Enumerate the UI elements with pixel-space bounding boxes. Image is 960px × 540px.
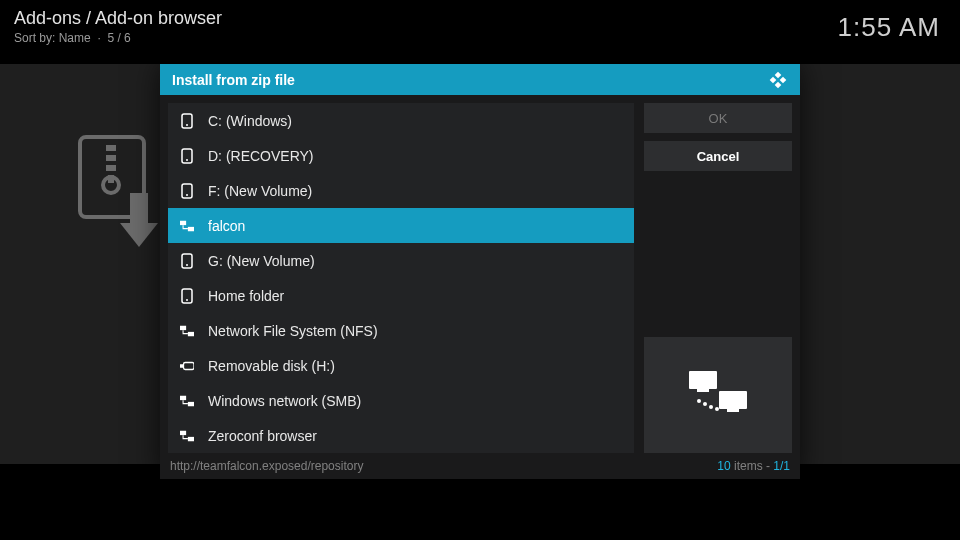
- install-zip-icon: [78, 135, 168, 255]
- svg-point-37: [703, 402, 707, 406]
- file-item[interactable]: Zeroconf browser: [168, 418, 634, 453]
- file-item[interactable]: falcon: [168, 208, 634, 243]
- file-item-label: G: (New Volume): [208, 253, 315, 269]
- svg-rect-28: [180, 396, 186, 400]
- install-zip-dialog: Install from zip file C: (Windows)D: (RE…: [160, 64, 800, 479]
- svg-marker-8: [775, 71, 782, 78]
- file-item[interactable]: Home folder: [168, 278, 634, 313]
- drive-icon: [180, 113, 194, 129]
- dot-sep: ·: [94, 31, 107, 45]
- file-item[interactable]: Removable disk (H:): [168, 348, 634, 383]
- svg-rect-1: [106, 145, 116, 151]
- svg-point-38: [709, 405, 713, 409]
- file-item-label: Windows network (SMB): [208, 393, 361, 409]
- file-item[interactable]: Windows network (SMB): [168, 383, 634, 418]
- net-icon: [180, 428, 194, 444]
- drive-icon: [180, 183, 194, 199]
- file-item-label: falcon: [208, 218, 245, 234]
- file-item-label: F: (New Volume): [208, 183, 312, 199]
- clock: 1:55 AM: [838, 12, 940, 43]
- svg-point-23: [186, 299, 188, 301]
- dialog-titlebar: Install from zip file: [160, 64, 800, 95]
- file-item-label: D: (RECOVERY): [208, 148, 314, 164]
- svg-rect-30: [180, 431, 186, 435]
- usb-icon: [180, 358, 194, 374]
- svg-rect-18: [180, 221, 186, 225]
- svg-rect-35: [727, 409, 739, 412]
- file-item[interactable]: D: (RECOVERY): [168, 138, 634, 173]
- file-item[interactable]: Network File System (NFS): [168, 313, 634, 348]
- dialog-side-panel: OK Cancel: [644, 103, 792, 453]
- file-item-label: Removable disk (H:): [208, 358, 335, 374]
- file-item-label: Network File System (NFS): [208, 323, 378, 339]
- ok-button[interactable]: OK: [644, 103, 792, 133]
- svg-rect-25: [188, 332, 194, 336]
- source-preview: [644, 337, 792, 453]
- file-item-label: C: (Windows): [208, 113, 292, 129]
- drive-icon: [180, 288, 194, 304]
- svg-rect-34: [719, 391, 747, 409]
- svg-marker-11: [775, 81, 782, 88]
- svg-rect-32: [689, 371, 717, 389]
- kodi-logo-icon: [768, 70, 788, 90]
- svg-point-39: [715, 407, 719, 411]
- net-icon: [180, 218, 194, 234]
- drive-icon: [180, 253, 194, 269]
- dialog-title-text: Install from zip file: [172, 72, 295, 88]
- svg-marker-9: [780, 76, 787, 83]
- dialog-footer: http://teamfalcon.exposed/repository 10 …: [160, 453, 800, 479]
- svg-rect-2: [106, 155, 116, 161]
- svg-marker-10: [770, 76, 777, 83]
- file-item[interactable]: F: (New Volume): [168, 173, 634, 208]
- svg-point-13: [186, 124, 188, 126]
- file-list[interactable]: C: (Windows)D: (RECOVERY)F: (New Volume)…: [168, 103, 634, 453]
- items-word: items -: [731, 459, 774, 473]
- dialog-body: C: (Windows)D: (RECOVERY)F: (New Volume)…: [160, 95, 800, 453]
- svg-point-36: [697, 399, 701, 403]
- svg-marker-7: [120, 223, 158, 247]
- footer-count: 10 items - 1/1: [717, 459, 790, 473]
- header-subline: Sort by: Name · 5 / 6: [14, 31, 222, 45]
- svg-point-21: [186, 264, 188, 266]
- svg-rect-19: [188, 227, 194, 231]
- net-icon: [180, 393, 194, 409]
- svg-point-17: [186, 194, 188, 196]
- file-item-label: Zeroconf browser: [208, 428, 317, 444]
- svg-rect-24: [180, 326, 186, 330]
- header: Add-ons / Add-on browser Sort by: Name ·…: [14, 8, 222, 45]
- svg-rect-5: [108, 175, 114, 183]
- svg-rect-3: [106, 165, 116, 171]
- sort-label: Sort by: Name: [14, 31, 91, 45]
- svg-point-15: [186, 159, 188, 161]
- svg-rect-6: [130, 193, 148, 223]
- page-indicator: 1/1: [773, 459, 790, 473]
- list-position: 5 / 6: [107, 31, 130, 45]
- net-icon: [180, 323, 194, 339]
- file-item-label: Home folder: [208, 288, 284, 304]
- drive-icon: [180, 148, 194, 164]
- file-item[interactable]: C: (Windows): [168, 103, 634, 138]
- svg-rect-29: [188, 402, 194, 406]
- svg-rect-27: [184, 362, 195, 369]
- cancel-button[interactable]: Cancel: [644, 141, 792, 171]
- footer-path: http://teamfalcon.exposed/repository: [170, 459, 363, 473]
- item-count: 10: [717, 459, 730, 473]
- file-item[interactable]: G: (New Volume): [168, 243, 634, 278]
- svg-rect-33: [697, 389, 709, 392]
- svg-rect-31: [188, 437, 194, 441]
- breadcrumb: Add-ons / Add-on browser: [14, 8, 222, 29]
